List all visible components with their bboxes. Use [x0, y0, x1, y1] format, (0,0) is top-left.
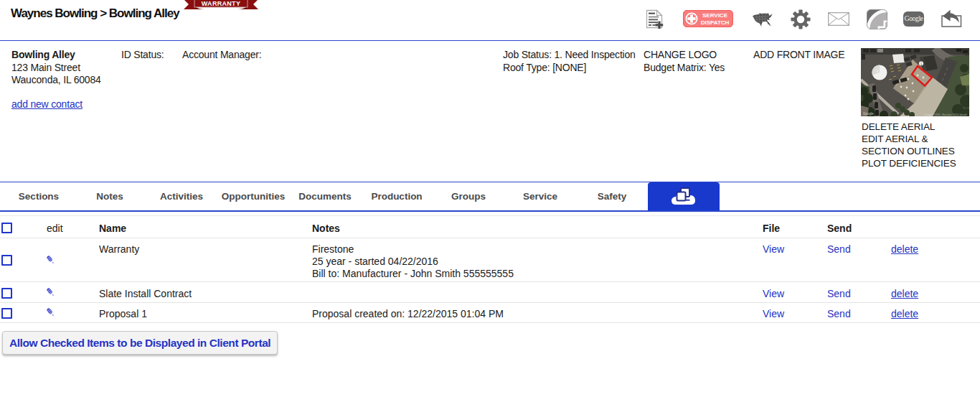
svg-text:WARRANTY: WARRANTY	[202, 0, 240, 7]
svg-text:Google: Google	[863, 112, 874, 116]
svg-text:Imagery ©2015 , Map data ©2015: Imagery ©2015 , Map data ©2015 Google	[925, 113, 968, 116]
svg-text:1: 1	[920, 62, 922, 66]
